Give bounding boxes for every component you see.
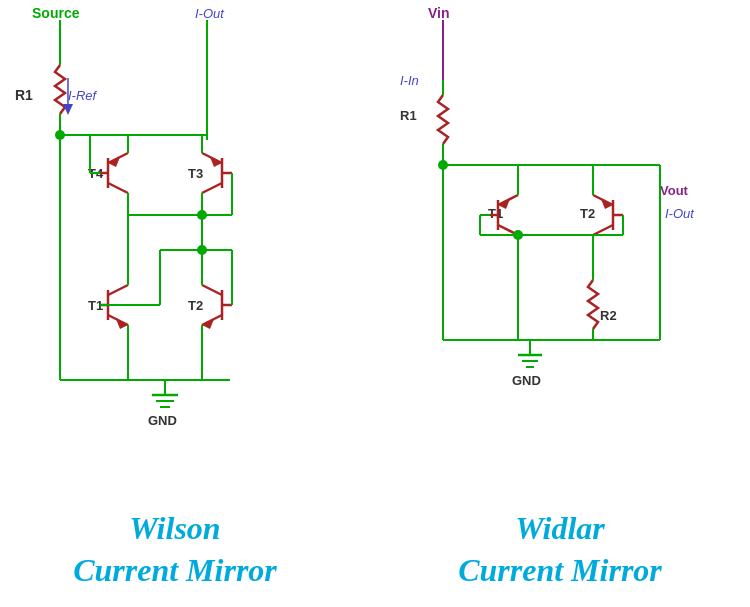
- svg-line-76: [593, 225, 613, 235]
- svg-line-44: [202, 285, 222, 295]
- svg-line-39: [108, 285, 128, 295]
- wilson-t2-label: T2: [188, 298, 203, 313]
- widlar-title: Widlar: [390, 510, 730, 547]
- widlar-subtitle: Current Mirror: [390, 552, 730, 589]
- widlar-t1-label: T1: [488, 206, 503, 221]
- wilson-source-label: Source: [32, 5, 80, 21]
- wilson-subtitle: Current Mirror: [20, 552, 330, 589]
- wilson-iout-label: I-Out: [195, 6, 225, 21]
- widlar-iin-label: I-In: [400, 73, 419, 88]
- widlar-vin-label: Vin: [428, 5, 450, 21]
- wilson-title: Wilson: [20, 510, 330, 547]
- widlar-gnd-label: GND: [512, 373, 541, 388]
- wilson-iref-label: I-Ref: [68, 88, 98, 103]
- wilson-r1-label: R1: [15, 87, 33, 103]
- widlar-vout-label: Vout: [660, 183, 689, 198]
- svg-line-19: [202, 183, 222, 193]
- widlar-t2-label: T2: [580, 206, 595, 221]
- widlar-r1-label: R1: [400, 108, 417, 123]
- wilson-t3-label: T3: [188, 166, 203, 181]
- widlar-iout-label: I-Out: [665, 206, 695, 221]
- svg-line-14: [108, 183, 128, 193]
- wilson-gnd-label: GND: [148, 413, 177, 428]
- widlar-r2-label: R2: [600, 308, 617, 323]
